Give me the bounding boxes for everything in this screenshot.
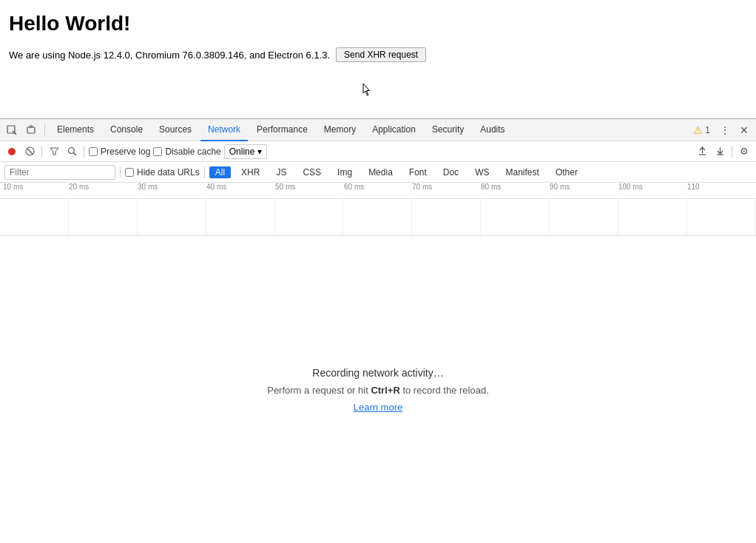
filter-type-doc[interactable]: Doc xyxy=(437,166,465,178)
tick-30ms: 30 ms xyxy=(138,183,158,191)
tick-40ms: 40 ms xyxy=(206,183,226,191)
preserve-log-label[interactable]: Preserve log xyxy=(89,146,150,157)
download-icon xyxy=(715,146,725,156)
learn-more-link[interactable]: Learn more xyxy=(354,402,402,413)
inspect-element-button[interactable] xyxy=(3,121,21,139)
filter-input[interactable] xyxy=(10,167,110,178)
tick-80ms: 80 ms xyxy=(481,183,501,191)
devtools-tabs-right: ⚠ 1 ⋮ ✕ xyxy=(689,121,753,139)
tab-sources[interactable]: Sources xyxy=(152,119,199,141)
page-content: Hello World! We are using Node.js 12.4.0… xyxy=(0,0,756,118)
filter-bar: Hide data URLs All XHR JS CSS Img Media … xyxy=(0,162,756,183)
tab-performance[interactable]: Performance xyxy=(249,119,315,141)
tab-memory[interactable]: Memory xyxy=(317,119,363,141)
preserve-log-checkbox[interactable] xyxy=(89,147,98,156)
network-empty-state: Recording network activity… Perform a re… xyxy=(0,236,756,543)
tick-50ms: 50 ms xyxy=(275,183,295,191)
filter-type-font[interactable]: Font xyxy=(403,166,433,178)
warning-icon: ⚠ xyxy=(693,124,703,136)
filter-icon xyxy=(50,146,59,156)
tick-110: 110 xyxy=(687,183,700,191)
svg-point-3 xyxy=(8,148,16,155)
warning-count: 1 xyxy=(705,125,710,135)
filter-type-ws[interactable]: WS xyxy=(469,166,495,178)
tick-90ms: 90 ms xyxy=(550,183,570,191)
clear-icon xyxy=(25,146,35,156)
svg-line-5 xyxy=(27,149,33,154)
more-options-button[interactable]: ⋮ xyxy=(716,121,734,139)
tab-elements[interactable]: Elements xyxy=(50,119,101,141)
hide-data-urls-label[interactable]: Hide data URLs xyxy=(125,167,200,178)
network-toolbar-right: ⚙ xyxy=(695,144,752,159)
svg-point-6 xyxy=(68,148,74,154)
tab-audits[interactable]: Audits xyxy=(473,119,512,141)
hide-data-urls-checkbox[interactable] xyxy=(125,168,134,177)
filter-type-manifest[interactable]: Manifest xyxy=(500,166,545,178)
recording-text: Recording network activity… xyxy=(312,367,443,379)
filter-type-media[interactable]: Media xyxy=(362,166,399,178)
network-toolbar: Preserve log Disable cache Online ▾ xyxy=(0,141,756,162)
device-icon xyxy=(26,125,36,135)
toolbar-separator-1 xyxy=(41,146,42,158)
filter-bar-separator xyxy=(120,166,121,178)
devtools-panel: Elements Console Sources Network Perform… xyxy=(0,118,756,543)
page-title: Hello World! xyxy=(9,12,747,36)
network-settings-button[interactable]: ⚙ xyxy=(737,144,752,159)
tick-70ms: 70 ms xyxy=(412,183,432,191)
throttle-chevron-icon: ▾ xyxy=(257,146,262,157)
tick-20ms: 20 ms xyxy=(69,183,89,191)
tick-100ms: 100 ms xyxy=(618,183,643,191)
svg-line-7 xyxy=(73,153,76,156)
filter-input-wrap xyxy=(4,165,115,180)
svg-rect-1 xyxy=(27,127,35,133)
perform-text-1: Perform a request or hit xyxy=(267,385,368,396)
filter-type-all[interactable]: All xyxy=(209,166,231,178)
tick-10ms: 10 ms xyxy=(0,183,23,191)
filter-button[interactable] xyxy=(47,144,61,159)
keyboard-shortcut: Ctrl+R xyxy=(371,385,399,396)
tick-60ms: 60 ms xyxy=(344,183,364,191)
toolbar-separator-3 xyxy=(732,146,732,158)
filter-type-js[interactable]: JS xyxy=(270,166,292,178)
import-har-button[interactable] xyxy=(695,144,709,159)
toolbar-separator-2 xyxy=(84,146,84,158)
tab-separator xyxy=(44,124,45,137)
filter-type-other[interactable]: Other xyxy=(550,166,584,178)
record-icon xyxy=(7,147,16,156)
page-subtitle: We are using Node.js 12.4.0, Chromium 76… xyxy=(9,47,747,62)
close-devtools-button[interactable]: ✕ xyxy=(735,121,753,139)
inspect-icon xyxy=(7,125,17,135)
waterfall-grid xyxy=(0,199,756,236)
disable-cache-checkbox[interactable] xyxy=(153,147,162,156)
filter-type-css[interactable]: CSS xyxy=(297,166,327,178)
filter-type-xhr[interactable]: XHR xyxy=(235,166,266,178)
svg-rect-2 xyxy=(30,126,33,127)
record-button[interactable] xyxy=(4,144,19,159)
clear-button[interactable] xyxy=(22,144,37,159)
search-button[interactable] xyxy=(64,144,79,159)
search-icon xyxy=(67,146,77,156)
filter-type-img[interactable]: Img xyxy=(331,166,358,178)
tab-network[interactable]: Network xyxy=(200,119,248,141)
tab-console[interactable]: Console xyxy=(103,119,150,141)
filter-bar-separator-2 xyxy=(204,166,205,178)
device-toolbar-button[interactable] xyxy=(22,121,40,139)
throttle-select[interactable]: Online ▾ xyxy=(224,144,268,159)
export-har-button[interactable] xyxy=(712,144,727,159)
perform-text: Perform a request or hit Ctrl+R to recor… xyxy=(267,385,489,396)
devtools-tabs-bar: Elements Console Sources Network Perform… xyxy=(0,119,756,141)
warning-badge[interactable]: ⚠ 1 xyxy=(689,123,715,138)
subtitle-text: We are using Node.js 12.4.0, Chromium 76… xyxy=(9,50,330,61)
disable-cache-label[interactable]: Disable cache xyxy=(153,146,220,157)
upload-icon xyxy=(698,146,707,156)
timeline-ruler: 10 ms 20 ms 30 ms 40 ms 50 ms 60 ms xyxy=(0,183,756,199)
tab-application[interactable]: Application xyxy=(365,119,423,141)
perform-text-2: to record the reload. xyxy=(402,385,488,396)
send-xhr-button[interactable]: Send XHR request xyxy=(336,47,426,62)
tab-security[interactable]: Security xyxy=(425,119,471,141)
